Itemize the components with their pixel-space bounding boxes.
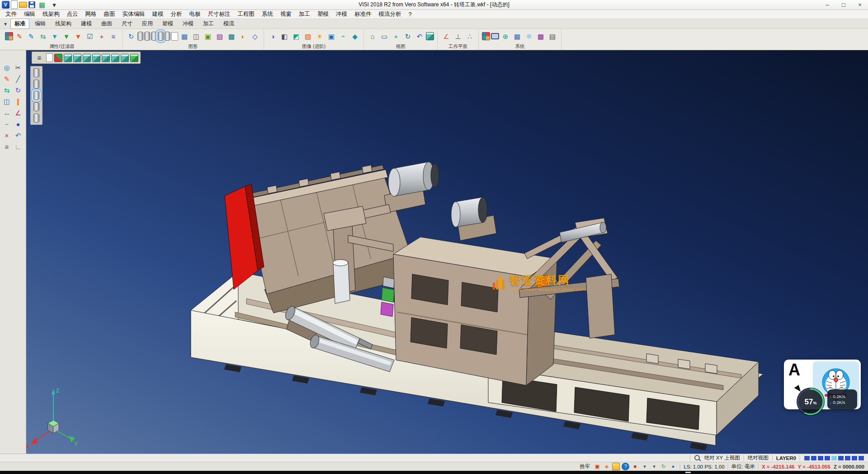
- workplane-xy-icon[interactable]: ∠: [441, 31, 452, 42]
- match-properties-icon[interactable]: ⇆: [38, 31, 48, 42]
- hidden-line-view-icon[interactable]: [144, 32, 150, 41]
- mirror-icon[interactable]: ◫: [1, 96, 12, 107]
- menu-item-16[interactable]: 冲模: [332, 9, 351, 19]
- ghost-view-icon[interactable]: [165, 32, 170, 41]
- menu-item-2[interactable]: 线架构: [39, 9, 63, 19]
- view-left-icon[interactable]: [102, 54, 110, 62]
- minimize-button[interactable]: –: [819, 0, 835, 9]
- menu-item-3[interactable]: 点云: [63, 9, 82, 19]
- grid-settings-icon[interactable]: ▦: [512, 31, 523, 42]
- layer-color-7[interactable]: [851, 455, 858, 461]
- menu-item-9[interactable]: 电极: [186, 9, 204, 19]
- axis-view-icon[interactable]: [54, 54, 62, 62]
- filter-icon[interactable]: ▼: [49, 31, 60, 42]
- bounding-box-icon[interactable]: ▣: [203, 31, 213, 42]
- tab-1[interactable]: 编辑: [31, 19, 50, 29]
- zoom-fit-icon[interactable]: ⌂: [367, 31, 378, 42]
- menu-item-15[interactable]: 塑模: [314, 9, 332, 19]
- menu-item-13[interactable]: 视窗: [277, 9, 295, 19]
- texture-icon[interactable]: ▩: [226, 31, 237, 42]
- workplane-normal-icon[interactable]: ⊥: [453, 31, 463, 42]
- menu-item-7[interactable]: 建模: [149, 9, 167, 19]
- angle-icon[interactable]: ∠: [13, 107, 24, 118]
- menu-item-6[interactable]: 实体编辑: [119, 9, 149, 19]
- rotate-view-icon[interactable]: ↻: [402, 31, 413, 42]
- undo-icon[interactable]: ↶: [13, 130, 24, 141]
- attributes-icon[interactable]: [5, 32, 13, 40]
- view-top-icon[interactable]: [64, 54, 72, 62]
- maximize-button[interactable]: □: [835, 0, 852, 9]
- help-status-icon[interactable]: ?: [622, 463, 629, 470]
- camera-icon[interactable]: ▣: [326, 31, 337, 42]
- pan-icon[interactable]: +: [391, 31, 401, 42]
- tab-4[interactable]: 曲面: [97, 19, 116, 29]
- reflection-icon[interactable]: ◩: [291, 31, 302, 42]
- delete-icon[interactable]: ×: [1, 130, 12, 141]
- view-front-icon[interactable]: [73, 54, 81, 62]
- layer-color-2[interactable]: [817, 455, 824, 461]
- tab-5[interactable]: 尺寸: [118, 19, 137, 29]
- render-style-2-icon[interactable]: [33, 80, 39, 89]
- shaded-view-icon[interactable]: [151, 32, 157, 41]
- grid-page-icon[interactable]: ▦: [179, 31, 190, 42]
- curve-icon[interactable]: ~: [1, 118, 12, 129]
- offset-icon[interactable]: ∥: [13, 96, 24, 107]
- section-box-icon[interactable]: ◫: [191, 31, 202, 42]
- tab-2[interactable]: 线架构: [51, 19, 75, 29]
- view-back-icon[interactable]: [92, 54, 100, 62]
- close-button[interactable]: ×: [852, 0, 868, 9]
- line-icon[interactable]: ╱: [13, 73, 24, 84]
- snap-label[interactable]: 拴牢: [580, 463, 590, 470]
- point-icon[interactable]: ●: [13, 118, 24, 129]
- view-right-icon[interactable]: [83, 54, 91, 62]
- tab-10[interactable]: 模流: [219, 19, 238, 29]
- shaded-edges-view-icon[interactable]: [158, 32, 164, 41]
- layer-color-1[interactable]: [811, 455, 817, 461]
- view-ref-label[interactable]: 绝对视图: [748, 455, 769, 461]
- layer-color-5[interactable]: [838, 455, 844, 461]
- menu-item-14[interactable]: 加工: [295, 9, 314, 19]
- render-style-4-icon[interactable]: [33, 102, 39, 111]
- sketch-icon[interactable]: ✎: [1, 73, 12, 84]
- view-iso-icon[interactable]: [121, 54, 129, 62]
- calculator-icon[interactable]: ▤: [547, 31, 558, 42]
- save-file-icon[interactable]: [28, 1, 35, 8]
- layer-filter-icon[interactable]: ≡: [108, 31, 119, 42]
- selection-filter-icon[interactable]: ☑: [85, 31, 95, 42]
- iso-view-icon[interactable]: [426, 32, 434, 40]
- gem-render-icon[interactable]: ◆: [349, 31, 360, 42]
- wireframe-view-icon[interactable]: [137, 32, 143, 41]
- color-table-icon[interactable]: [482, 32, 490, 40]
- web-icon[interactable]: ⊕: [500, 31, 511, 42]
- new-file-icon[interactable]: [11, 0, 18, 9]
- rotate-icon[interactable]: ↻: [13, 85, 24, 95]
- stretch-icon[interactable]: ↔: [1, 107, 12, 118]
- quickbar-dropdown-icon[interactable]: ▾: [49, 0, 60, 10]
- menu-item-17[interactable]: 标准件: [351, 9, 375, 19]
- tab-3[interactable]: 建模: [77, 19, 96, 29]
- select-icon[interactable]: ◎: [1, 62, 12, 73]
- zoom-window-icon[interactable]: ▭: [379, 31, 390, 42]
- globe-status-icon[interactable]: ●: [669, 463, 677, 470]
- refresh-status-icon[interactable]: ↻: [660, 463, 667, 470]
- grid-quick-icon[interactable]: ▦: [37, 0, 47, 10]
- draft-view-icon[interactable]: [171, 32, 178, 41]
- workplane-3point-icon[interactable]: ∴: [464, 31, 475, 42]
- folder-status-icon[interactable]: [612, 463, 620, 470]
- material-icon[interactable]: ▨: [302, 31, 313, 42]
- menu-item-12[interactable]: 系统: [258, 9, 277, 19]
- active-layer-label[interactable]: LAYER0: [776, 455, 796, 461]
- filter-add-icon[interactable]: ▼: [61, 31, 72, 42]
- render-style-1-icon[interactable]: [33, 68, 39, 77]
- workplane-indicator-icon[interactable]: ◈: [603, 463, 610, 470]
- tab-dropdown-icon[interactable]: ▾: [2, 21, 9, 27]
- measure-icon[interactable]: ∟: [13, 141, 24, 152]
- layer-color-4[interactable]: [831, 455, 837, 461]
- prompt-monitor-icon[interactable]: ▣: [593, 463, 601, 470]
- layer-color-0[interactable]: [804, 455, 810, 461]
- environment-icon[interactable]: ◓: [338, 31, 349, 42]
- render-icon[interactable]: ◑: [267, 31, 278, 42]
- menu-item-4[interactable]: 网格: [82, 9, 100, 19]
- redraw-icon[interactable]: ↻: [126, 31, 137, 42]
- hatch-icon[interactable]: ▨: [214, 31, 225, 42]
